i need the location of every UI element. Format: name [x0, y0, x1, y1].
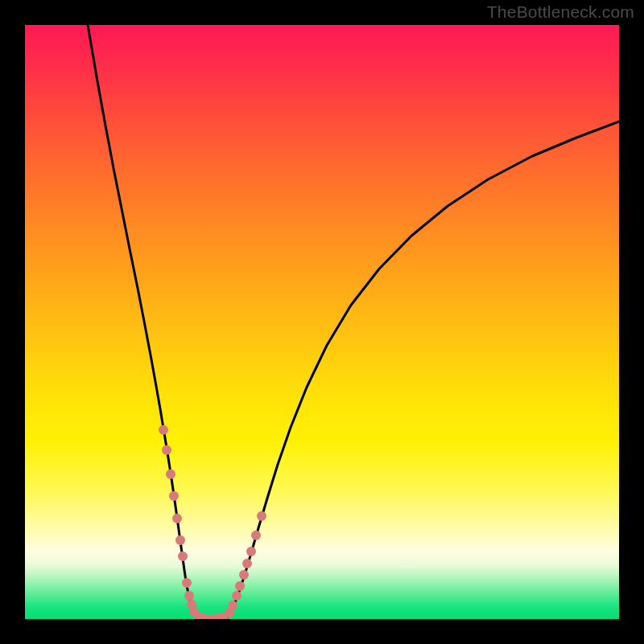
data-point [246, 547, 256, 556]
data-point [232, 591, 242, 601]
data-point [182, 578, 192, 588]
data-point [178, 551, 188, 561]
data-point [228, 601, 237, 610]
data-point [175, 535, 185, 545]
data-point [239, 570, 249, 580]
data-point [251, 530, 261, 540]
data-point [169, 491, 179, 501]
plot-area [25, 25, 619, 619]
data-point [172, 514, 182, 523]
watermark-text: TheBottleneck.com [487, 2, 634, 22]
data-point [235, 581, 245, 591]
chart-svg [25, 25, 619, 619]
data-point [162, 445, 171, 455]
curve-right-branch [226, 122, 619, 618]
data-point [242, 559, 252, 568]
curve-left-branch [88, 25, 197, 618]
data-point [257, 511, 266, 521]
data-point [184, 591, 194, 601]
data-point [166, 469, 175, 479]
chart-frame: TheBottleneck.com [0, 0, 644, 644]
data-point [159, 425, 168, 435]
